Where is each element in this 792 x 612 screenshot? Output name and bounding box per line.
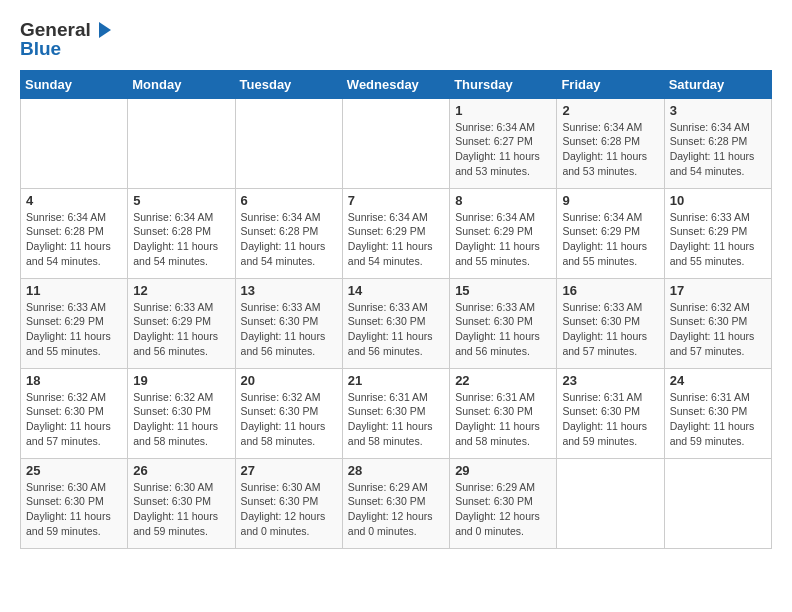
- day-number: 28: [348, 463, 444, 478]
- day-detail: Sunrise: 6:31 AM Sunset: 6:30 PM Dayligh…: [348, 390, 444, 449]
- day-detail: Sunrise: 6:34 AM Sunset: 6:28 PM Dayligh…: [562, 120, 658, 179]
- day-number: 4: [26, 193, 122, 208]
- week-row-5: 25Sunrise: 6:30 AM Sunset: 6:30 PM Dayli…: [21, 458, 772, 548]
- week-row-4: 18Sunrise: 6:32 AM Sunset: 6:30 PM Dayli…: [21, 368, 772, 458]
- day-detail: Sunrise: 6:34 AM Sunset: 6:29 PM Dayligh…: [348, 210, 444, 269]
- day-detail: Sunrise: 6:34 AM Sunset: 6:28 PM Dayligh…: [133, 210, 229, 269]
- day-cell: 22Sunrise: 6:31 AM Sunset: 6:30 PM Dayli…: [450, 368, 557, 458]
- day-detail: Sunrise: 6:30 AM Sunset: 6:30 PM Dayligh…: [133, 480, 229, 539]
- day-cell: 19Sunrise: 6:32 AM Sunset: 6:30 PM Dayli…: [128, 368, 235, 458]
- header-thursday: Thursday: [450, 70, 557, 98]
- day-cell: 2Sunrise: 6:34 AM Sunset: 6:28 PM Daylig…: [557, 98, 664, 188]
- day-number: 26: [133, 463, 229, 478]
- day-detail: Sunrise: 6:33 AM Sunset: 6:29 PM Dayligh…: [26, 300, 122, 359]
- header-friday: Friday: [557, 70, 664, 98]
- day-number: 29: [455, 463, 551, 478]
- day-cell: [235, 98, 342, 188]
- day-number: 11: [26, 283, 122, 298]
- day-detail: Sunrise: 6:32 AM Sunset: 6:30 PM Dayligh…: [241, 390, 337, 449]
- day-cell: 16Sunrise: 6:33 AM Sunset: 6:30 PM Dayli…: [557, 278, 664, 368]
- day-cell: 15Sunrise: 6:33 AM Sunset: 6:30 PM Dayli…: [450, 278, 557, 368]
- day-number: 16: [562, 283, 658, 298]
- day-detail: Sunrise: 6:29 AM Sunset: 6:30 PM Dayligh…: [348, 480, 444, 539]
- day-number: 1: [455, 103, 551, 118]
- day-number: 22: [455, 373, 551, 388]
- header: General Blue: [20, 20, 772, 60]
- header-wednesday: Wednesday: [342, 70, 449, 98]
- day-detail: Sunrise: 6:34 AM Sunset: 6:29 PM Dayligh…: [455, 210, 551, 269]
- day-number: 10: [670, 193, 766, 208]
- day-detail: Sunrise: 6:34 AM Sunset: 6:27 PM Dayligh…: [455, 120, 551, 179]
- day-number: 12: [133, 283, 229, 298]
- day-number: 25: [26, 463, 122, 478]
- day-detail: Sunrise: 6:34 AM Sunset: 6:28 PM Dayligh…: [26, 210, 122, 269]
- day-number: 19: [133, 373, 229, 388]
- day-number: 23: [562, 373, 658, 388]
- day-detail: Sunrise: 6:31 AM Sunset: 6:30 PM Dayligh…: [670, 390, 766, 449]
- day-detail: Sunrise: 6:29 AM Sunset: 6:30 PM Dayligh…: [455, 480, 551, 539]
- header-monday: Monday: [128, 70, 235, 98]
- week-row-1: 1Sunrise: 6:34 AM Sunset: 6:27 PM Daylig…: [21, 98, 772, 188]
- logo-blue-text: Blue: [20, 39, 113, 60]
- calendar-table: SundayMondayTuesdayWednesdayThursdayFrid…: [20, 70, 772, 549]
- day-cell: 27Sunrise: 6:30 AM Sunset: 6:30 PM Dayli…: [235, 458, 342, 548]
- day-cell: 6Sunrise: 6:34 AM Sunset: 6:28 PM Daylig…: [235, 188, 342, 278]
- day-cell: 21Sunrise: 6:31 AM Sunset: 6:30 PM Dayli…: [342, 368, 449, 458]
- day-detail: Sunrise: 6:31 AM Sunset: 6:30 PM Dayligh…: [455, 390, 551, 449]
- day-cell: 25Sunrise: 6:30 AM Sunset: 6:30 PM Dayli…: [21, 458, 128, 548]
- day-cell: 28Sunrise: 6:29 AM Sunset: 6:30 PM Dayli…: [342, 458, 449, 548]
- day-number: 21: [348, 373, 444, 388]
- day-number: 7: [348, 193, 444, 208]
- day-number: 13: [241, 283, 337, 298]
- day-cell: [342, 98, 449, 188]
- day-number: 17: [670, 283, 766, 298]
- day-number: 27: [241, 463, 337, 478]
- day-cell: 8Sunrise: 6:34 AM Sunset: 6:29 PM Daylig…: [450, 188, 557, 278]
- day-number: 5: [133, 193, 229, 208]
- day-cell: 20Sunrise: 6:32 AM Sunset: 6:30 PM Dayli…: [235, 368, 342, 458]
- day-number: 8: [455, 193, 551, 208]
- day-cell: [664, 458, 771, 548]
- day-number: 3: [670, 103, 766, 118]
- day-number: 2: [562, 103, 658, 118]
- day-detail: Sunrise: 6:31 AM Sunset: 6:30 PM Dayligh…: [562, 390, 658, 449]
- day-detail: Sunrise: 6:34 AM Sunset: 6:29 PM Dayligh…: [562, 210, 658, 269]
- day-cell: 17Sunrise: 6:32 AM Sunset: 6:30 PM Dayli…: [664, 278, 771, 368]
- day-number: 9: [562, 193, 658, 208]
- day-cell: 11Sunrise: 6:33 AM Sunset: 6:29 PM Dayli…: [21, 278, 128, 368]
- day-cell: 9Sunrise: 6:34 AM Sunset: 6:29 PM Daylig…: [557, 188, 664, 278]
- day-cell: 26Sunrise: 6:30 AM Sunset: 6:30 PM Dayli…: [128, 458, 235, 548]
- day-cell: 4Sunrise: 6:34 AM Sunset: 6:28 PM Daylig…: [21, 188, 128, 278]
- day-number: 24: [670, 373, 766, 388]
- day-cell: [557, 458, 664, 548]
- day-cell: 13Sunrise: 6:33 AM Sunset: 6:30 PM Dayli…: [235, 278, 342, 368]
- day-cell: 29Sunrise: 6:29 AM Sunset: 6:30 PM Dayli…: [450, 458, 557, 548]
- header-saturday: Saturday: [664, 70, 771, 98]
- logo-chevron-icon: [93, 20, 113, 40]
- day-cell: [21, 98, 128, 188]
- week-row-2: 4Sunrise: 6:34 AM Sunset: 6:28 PM Daylig…: [21, 188, 772, 278]
- day-detail: Sunrise: 6:33 AM Sunset: 6:30 PM Dayligh…: [348, 300, 444, 359]
- day-detail: Sunrise: 6:32 AM Sunset: 6:30 PM Dayligh…: [26, 390, 122, 449]
- day-detail: Sunrise: 6:33 AM Sunset: 6:30 PM Dayligh…: [241, 300, 337, 359]
- day-detail: Sunrise: 6:34 AM Sunset: 6:28 PM Dayligh…: [241, 210, 337, 269]
- header-tuesday: Tuesday: [235, 70, 342, 98]
- day-cell: 5Sunrise: 6:34 AM Sunset: 6:28 PM Daylig…: [128, 188, 235, 278]
- day-detail: Sunrise: 6:33 AM Sunset: 6:29 PM Dayligh…: [670, 210, 766, 269]
- week-row-3: 11Sunrise: 6:33 AM Sunset: 6:29 PM Dayli…: [21, 278, 772, 368]
- day-cell: 10Sunrise: 6:33 AM Sunset: 6:29 PM Dayli…: [664, 188, 771, 278]
- day-cell: [128, 98, 235, 188]
- header-sunday: Sunday: [21, 70, 128, 98]
- day-detail: Sunrise: 6:33 AM Sunset: 6:30 PM Dayligh…: [562, 300, 658, 359]
- day-cell: 24Sunrise: 6:31 AM Sunset: 6:30 PM Dayli…: [664, 368, 771, 458]
- days-header-row: SundayMondayTuesdayWednesdayThursdayFrid…: [21, 70, 772, 98]
- day-detail: Sunrise: 6:30 AM Sunset: 6:30 PM Dayligh…: [26, 480, 122, 539]
- day-cell: 1Sunrise: 6:34 AM Sunset: 6:27 PM Daylig…: [450, 98, 557, 188]
- day-detail: Sunrise: 6:32 AM Sunset: 6:30 PM Dayligh…: [670, 300, 766, 359]
- day-cell: 3Sunrise: 6:34 AM Sunset: 6:28 PM Daylig…: [664, 98, 771, 188]
- day-number: 6: [241, 193, 337, 208]
- day-detail: Sunrise: 6:30 AM Sunset: 6:30 PM Dayligh…: [241, 480, 337, 539]
- day-number: 15: [455, 283, 551, 298]
- day-cell: 14Sunrise: 6:33 AM Sunset: 6:30 PM Dayli…: [342, 278, 449, 368]
- day-cell: 7Sunrise: 6:34 AM Sunset: 6:29 PM Daylig…: [342, 188, 449, 278]
